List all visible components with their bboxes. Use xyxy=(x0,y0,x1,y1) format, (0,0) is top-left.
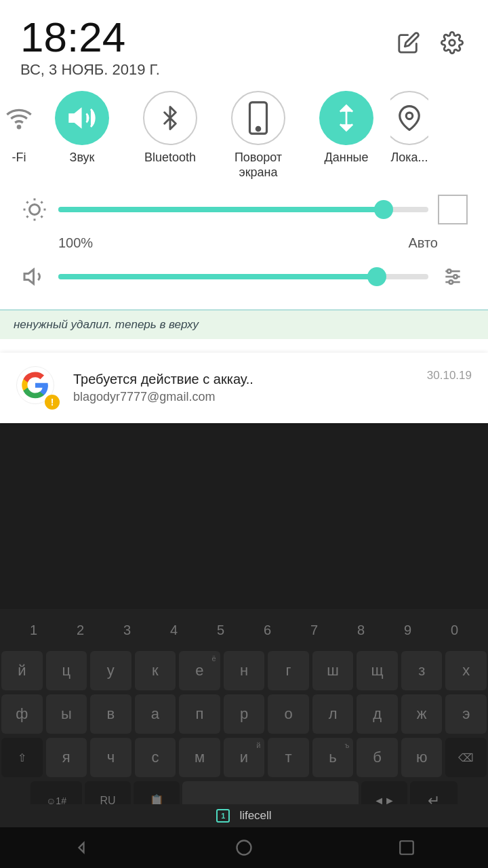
svg-point-1 xyxy=(18,126,20,128)
tile-rotate[interactable]: Поворотэкрана xyxy=(214,91,302,180)
brightness-row xyxy=(20,195,468,224)
bottom-strip: ненужный удалил. теперь в верху xyxy=(0,309,488,339)
sliders-section: 100% Авто xyxy=(0,182,488,309)
volume-track[interactable] xyxy=(58,274,428,279)
location-label: Лока... xyxy=(390,151,428,165)
tile-data[interactable]: Данные xyxy=(302,91,390,165)
brightness-fill xyxy=(58,207,384,212)
notif-warning-badge: ! xyxy=(45,395,60,410)
rotate-icon-bg xyxy=(231,91,285,145)
svg-point-4 xyxy=(256,127,260,130)
wifi-icon-bg xyxy=(0,91,38,145)
svg-point-21 xyxy=(449,281,453,284)
svg-marker-15 xyxy=(24,270,34,284)
auto-brightness-label[interactable]: Авто xyxy=(408,235,438,251)
svg-line-14 xyxy=(41,202,43,203)
time-block: 18:24 ВС, 3 НОЯБ. 2019 Г. xyxy=(20,16,160,79)
volume-icon xyxy=(20,264,49,289)
brightness-percent: 100% xyxy=(58,235,93,251)
qs-header: 18:24 ВС, 3 НОЯБ. 2019 Г. xyxy=(0,0,488,85)
svg-line-10 xyxy=(41,216,43,218)
notif-content: Требуется действие с аккау.. blagodyr777… xyxy=(73,372,413,404)
brightness-thumb xyxy=(374,200,393,219)
bluetooth-icon-bg xyxy=(143,91,197,145)
data-label: Данные xyxy=(324,151,368,165)
volume-row xyxy=(20,262,468,292)
svg-point-19 xyxy=(447,270,451,273)
notif-icon-wrap: ! xyxy=(16,366,60,410)
notif-title: Требуется действие с аккау.. xyxy=(73,372,413,387)
quick-tiles-row: -Fi Звук Bluetooth xyxy=(0,85,488,182)
notif-time: 30.10.19 xyxy=(427,369,472,382)
auto-brightness-toggle[interactable] xyxy=(438,195,468,224)
volume-settings-icon[interactable] xyxy=(438,262,468,292)
svg-point-5 xyxy=(406,113,413,119)
svg-line-13 xyxy=(26,216,28,218)
svg-point-20 xyxy=(453,275,457,279)
header-icons xyxy=(393,16,468,58)
carrier-name: lifecell xyxy=(239,809,271,823)
sim-indicator: 1 xyxy=(216,809,230,823)
carrier-bar: 1 lifecell xyxy=(0,804,488,827)
date-display: ВС, 3 НОЯБ. 2019 Г. xyxy=(20,61,160,79)
bottom-strip-text: ненужный удалил. теперь в верху xyxy=(14,318,199,332)
settings-button[interactable] xyxy=(436,27,468,58)
brightness-icon xyxy=(20,197,49,222)
location-icon-bg xyxy=(390,91,428,145)
tile-bluetooth[interactable]: Bluetooth xyxy=(126,91,214,165)
tile-wifi[interactable]: -Fi xyxy=(0,91,38,165)
svg-marker-2 xyxy=(70,109,81,127)
svg-line-9 xyxy=(26,202,28,203)
svg-point-0 xyxy=(449,40,455,46)
brightness-track[interactable] xyxy=(58,207,428,212)
brightness-labels: 100% Авто xyxy=(20,235,468,251)
wifi-label: -Fi xyxy=(12,151,26,165)
time-display: 18:24 xyxy=(20,16,160,58)
edit-button[interactable] xyxy=(393,27,424,58)
tile-sound[interactable]: Звук xyxy=(38,91,126,165)
quick-settings-panel: 18:24 ВС, 3 НОЯБ. 2019 Г. xyxy=(0,0,488,353)
dim-overlay xyxy=(0,420,488,868)
data-icon-bg xyxy=(319,91,373,145)
notif-subtitle: blagodyr7777@gmail.com xyxy=(73,390,413,404)
notification-card[interactable]: ! Требуется действие с аккау.. blagodyr7… xyxy=(0,353,488,423)
rotate-label: Поворотэкрана xyxy=(235,151,282,180)
sound-icon-bg xyxy=(55,91,109,145)
volume-fill xyxy=(58,274,377,279)
volume-thumb xyxy=(367,267,386,286)
bluetooth-label: Bluetooth xyxy=(144,151,196,165)
tile-location[interactable]: Лока... xyxy=(390,91,428,165)
sound-label: Звук xyxy=(70,151,95,165)
svg-point-6 xyxy=(30,205,40,215)
